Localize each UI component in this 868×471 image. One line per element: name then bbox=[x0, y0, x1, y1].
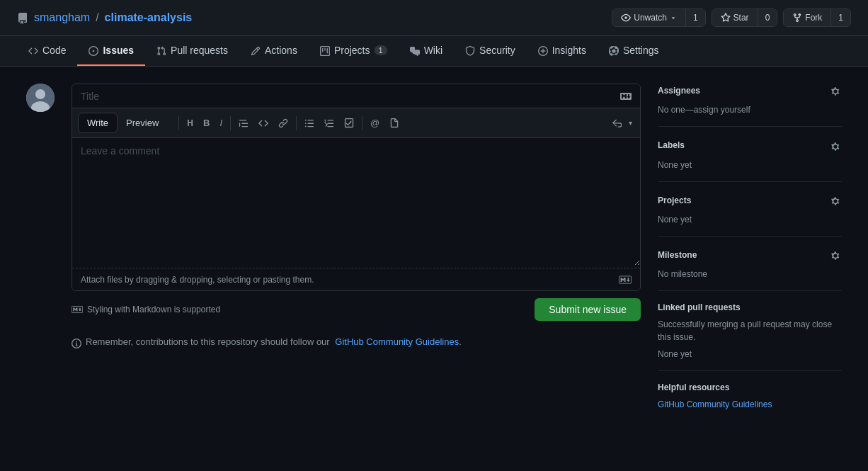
tab-code[interactable]: Code bbox=[17, 36, 77, 66]
sidebar-assignees-section: Assignees No one—assign yourself bbox=[658, 84, 842, 127]
issue-form-container: Write Preview H B I bbox=[72, 84, 641, 421]
projects-value: None yet bbox=[658, 215, 692, 225]
quote-button[interactable] bbox=[234, 115, 253, 131]
insights-icon bbox=[538, 45, 548, 56]
assignees-value: No one—assign yourself bbox=[658, 105, 750, 115]
linked-prs-title: Linked pull requests bbox=[658, 302, 741, 312]
reference-button[interactable] bbox=[384, 115, 404, 131]
markdown-icon bbox=[619, 274, 632, 285]
tab-settings-label: Settings bbox=[623, 45, 659, 56]
community-guidelines-sidebar-link[interactable]: GitHub Community Guidelines bbox=[658, 399, 772, 409]
tab-issues-label: Issues bbox=[103, 45, 134, 56]
pr-icon bbox=[156, 45, 166, 56]
heading-button[interactable]: H bbox=[182, 115, 198, 131]
fork-button[interactable]: Fork bbox=[784, 9, 830, 26]
labels-header: Labels bbox=[658, 138, 842, 152]
issue-form: Write Preview H B I bbox=[72, 84, 641, 291]
tab-insights-label: Insights bbox=[552, 45, 586, 56]
tab-pull-requests[interactable]: Pull requests bbox=[145, 36, 239, 66]
projects-icon bbox=[320, 45, 330, 56]
write-tab[interactable]: Write bbox=[78, 113, 118, 133]
tab-actions[interactable]: Actions bbox=[239, 36, 309, 66]
linked-prs-value: None yet bbox=[658, 349, 692, 359]
wiki-icon bbox=[410, 45, 420, 56]
projects-gear-button[interactable] bbox=[829, 193, 842, 208]
fork-count[interactable]: 1 bbox=[830, 9, 850, 26]
helpful-title: Helpful resources bbox=[658, 382, 729, 392]
mention-button[interactable]: @ bbox=[365, 115, 384, 131]
labels-value: None yet bbox=[658, 160, 692, 170]
community-note: Remember, contributions to this reposito… bbox=[72, 336, 641, 348]
toolbar-divider-3 bbox=[296, 116, 297, 130]
bullet-list-button[interactable] bbox=[299, 115, 319, 131]
avatar-image bbox=[26, 84, 55, 112]
title-input-row bbox=[72, 84, 640, 108]
code-icon bbox=[28, 45, 38, 56]
tab-projects[interactable]: Projects 1 bbox=[309, 36, 399, 66]
comment-textarea[interactable] bbox=[72, 138, 640, 266]
tab-wiki[interactable]: Wiki bbox=[399, 36, 454, 66]
tab-issues[interactable]: Issues bbox=[77, 36, 145, 66]
settings-icon bbox=[609, 45, 619, 56]
star-label: Star bbox=[733, 13, 749, 23]
task-list-button[interactable] bbox=[339, 115, 359, 131]
linked-prs-description: Successfully merging a pull request may … bbox=[658, 318, 842, 344]
markdown-hint-text: Styling with Markdown is supported bbox=[87, 305, 220, 314]
repo-icon bbox=[17, 11, 28, 24]
title-input[interactable] bbox=[81, 91, 620, 102]
milestone-value: No milestone bbox=[658, 269, 707, 279]
tab-insights[interactable]: Insights bbox=[527, 36, 598, 66]
tab-security-label: Security bbox=[479, 45, 515, 56]
main-content: Write Preview H B I bbox=[9, 84, 859, 421]
star-icon bbox=[721, 13, 731, 23]
helpful-header: Helpful resources bbox=[658, 382, 842, 392]
fork-button-group: Fork 1 bbox=[783, 8, 851, 27]
community-guidelines-link[interactable]: GitHub Community Guidelines bbox=[335, 336, 459, 347]
markdown-hint-icon bbox=[72, 304, 83, 315]
code-button[interactable] bbox=[253, 115, 273, 131]
star-button-group: Star 0 bbox=[712, 8, 778, 27]
write-preview-tabs: Write Preview bbox=[78, 113, 167, 133]
security-icon bbox=[465, 45, 475, 56]
sidebar-milestone-section: Milestone No milestone bbox=[658, 237, 842, 291]
submit-issue-button[interactable]: Submit new issue bbox=[535, 298, 641, 321]
italic-button[interactable]: I bbox=[215, 115, 227, 131]
watch-label: Unwatch bbox=[634, 13, 667, 23]
labels-title: Labels bbox=[658, 140, 685, 150]
fork-label: Fork bbox=[805, 13, 822, 23]
preview-tab[interactable]: Preview bbox=[118, 113, 167, 133]
repo-name[interactable]: climate-analysis bbox=[105, 11, 193, 24]
assignees-gear-button[interactable] bbox=[829, 84, 842, 98]
tab-security[interactable]: Security bbox=[454, 36, 527, 66]
link-button[interactable] bbox=[273, 115, 293, 131]
svg-point-1 bbox=[35, 89, 45, 99]
attach-files-bar[interactable]: Attach files by dragging & dropping, sel… bbox=[72, 268, 640, 290]
chevron-down-icon bbox=[670, 14, 677, 21]
tab-settings[interactable]: Settings bbox=[598, 36, 670, 66]
linked-prs-header: Linked pull requests bbox=[658, 302, 842, 312]
bold-button[interactable]: B bbox=[198, 115, 215, 131]
attach-files-text: Attach files by dragging & dropping, sel… bbox=[81, 275, 314, 285]
watch-button[interactable]: Unwatch bbox=[612, 9, 685, 26]
projects-title: Projects bbox=[658, 195, 691, 205]
tab-actions-label: Actions bbox=[265, 45, 297, 56]
assignees-title: Assignees bbox=[658, 86, 700, 96]
undo-dropdown-button[interactable]: ▾ bbox=[627, 116, 634, 130]
undo-button[interactable] bbox=[607, 115, 627, 131]
user-avatar-column bbox=[26, 84, 55, 421]
toolbar-divider-4 bbox=[362, 116, 362, 130]
actions-icon bbox=[251, 45, 261, 56]
form-footer: Styling with Markdown is supported Submi… bbox=[72, 291, 641, 328]
title-format-icon bbox=[620, 90, 632, 102]
numbered-list-button[interactable] bbox=[319, 115, 339, 131]
milestone-gear-button[interactable] bbox=[829, 248, 842, 262]
fork-icon bbox=[792, 13, 802, 23]
star-count[interactable]: 0 bbox=[758, 9, 777, 26]
watch-count[interactable]: 1 bbox=[685, 9, 705, 26]
avatar bbox=[26, 84, 55, 112]
tab-pull-requests-label: Pull requests bbox=[171, 45, 228, 56]
star-button[interactable]: Star bbox=[712, 9, 758, 26]
toolbar-divider-1 bbox=[178, 116, 179, 130]
repo-owner[interactable]: smangham bbox=[34, 11, 90, 24]
labels-gear-button[interactable] bbox=[829, 138, 842, 152]
